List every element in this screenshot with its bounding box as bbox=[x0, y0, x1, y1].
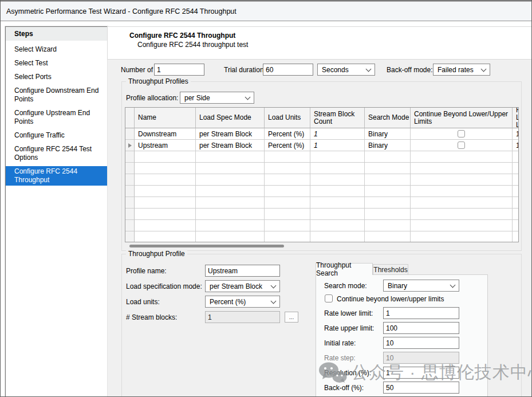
initial-rate-label: Initial rate: bbox=[324, 339, 356, 347]
scrollbar-thumb[interactable] bbox=[129, 245, 284, 247]
continue-beyond-checkbox[interactable] bbox=[458, 141, 465, 149]
profile-allocation-label: Profile allocation: bbox=[126, 94, 178, 102]
cell-load-spec-mode[interactable]: per Stream Block bbox=[196, 128, 265, 140]
stream-blocks-browse-button[interactable]: ... bbox=[285, 312, 298, 323]
cell-name[interactable]: Downstream bbox=[135, 128, 196, 140]
resolution-input[interactable] bbox=[383, 367, 459, 379]
col-header-stream-block-count[interactable]: Stream Block Count bbox=[310, 108, 365, 128]
trial-duration-input[interactable] bbox=[263, 64, 313, 76]
chevron-down-icon bbox=[481, 66, 487, 72]
search-mode-value: Binary bbox=[388, 282, 407, 290]
col-header-load-spec-mode[interactable]: Load Spec Mode bbox=[196, 108, 265, 128]
search-mode-select[interactable]: Binary bbox=[383, 280, 459, 292]
cell-name[interactable]: Upstream bbox=[135, 140, 196, 151]
table-empty-row[interactable] bbox=[125, 174, 519, 186]
back-off-mode-select[interactable]: Failed rates bbox=[433, 64, 490, 76]
back-off-mode-value: Failed rates bbox=[438, 66, 474, 74]
load-spec-mode-select[interactable]: per Stream Block bbox=[205, 280, 280, 292]
load-spec-mode-value: per Stream Block bbox=[210, 282, 262, 290]
table-empty-row[interactable] bbox=[125, 163, 519, 174]
table-empty-row[interactable] bbox=[125, 220, 519, 231]
row-selector-cell[interactable] bbox=[125, 128, 135, 140]
cell-rate-lower-limit[interactable]: 1 bbox=[513, 128, 519, 140]
profile-name-input[interactable] bbox=[205, 265, 280, 277]
cell-search-mode[interactable]: Binary bbox=[365, 140, 411, 151]
table-empty-row[interactable] bbox=[125, 209, 519, 220]
page-title: Configure RFC 2544 Throughput bbox=[129, 32, 531, 40]
col-header-name[interactable]: Name bbox=[135, 108, 196, 128]
throughput-profiles-group-title: Throughput Profiles bbox=[126, 77, 191, 85]
sidebar-item-configure-downstream-end-points[interactable]: Configure Downstream End Points bbox=[6, 85, 107, 105]
sidebar-item-select-wizard[interactable]: Select Wizard bbox=[6, 44, 107, 55]
table-row-upstream[interactable]: Upstream per Stream Block Percent (%) 1 … bbox=[125, 140, 519, 151]
trial-duration-unit-value: Seconds bbox=[322, 66, 349, 74]
chevron-down-icon bbox=[271, 298, 277, 304]
throughput-profile-group-title: Throughput Profile bbox=[126, 250, 187, 258]
resolution-label: Resolution (%): bbox=[324, 369, 371, 377]
back-off-percent-input[interactable] bbox=[383, 382, 459, 394]
chevron-down-icon bbox=[271, 282, 277, 288]
continue-beyond-limits-checkbox[interactable] bbox=[325, 294, 333, 302]
cell-load-units[interactable]: Percent (%) bbox=[265, 128, 310, 140]
load-spec-mode-label: Load specification mode: bbox=[126, 282, 202, 290]
load-units-value: Percent (%) bbox=[210, 298, 246, 306]
back-off-percent-label: Back-off (%): bbox=[324, 384, 364, 392]
rate-step-input bbox=[383, 352, 459, 364]
cell-stream-block-count[interactable]: 1 bbox=[310, 128, 365, 140]
cell-rate-lower-limit[interactable]: 1 bbox=[513, 140, 519, 151]
trial-duration-label: Trial duration: bbox=[224, 66, 266, 74]
page-header: Configure RFC 2544 Throughput Configure … bbox=[107, 26, 532, 60]
trial-duration-unit-select[interactable]: Seconds bbox=[317, 64, 375, 76]
cell-search-mode[interactable]: Binary bbox=[365, 128, 411, 140]
title-bar: Asymmetric Performance Test Wizard - Con… bbox=[1, 1, 531, 21]
sidebar-item-select-test[interactable]: Select Test bbox=[6, 58, 107, 69]
continue-beyond-checkbox[interactable] bbox=[458, 130, 465, 137]
table-horizontal-scrollbar[interactable] bbox=[125, 243, 519, 249]
col-header-rate-lower-limit[interactable]: Rate Lower Limit bbox=[513, 108, 519, 128]
sidebar-item-configure-upstream-end-points[interactable]: Configure Upstream End Points bbox=[6, 108, 107, 127]
table-empty-row[interactable] bbox=[125, 186, 519, 197]
profile-name-label: Profile name: bbox=[126, 267, 167, 275]
profile-allocation-value: per Side bbox=[184, 94, 210, 102]
number-of-trials-input[interactable] bbox=[154, 64, 204, 76]
chevron-down-icon bbox=[366, 66, 372, 72]
continue-beyond-limits-label[interactable]: Continue beyond lower/upper limits bbox=[337, 295, 444, 303]
table-empty-rows bbox=[125, 151, 518, 242]
sidebar-item-configure-traffic[interactable]: Configure Traffic bbox=[6, 130, 107, 141]
profiles-table[interactable]: Name Load Spec Mode Load Units Stream Bl… bbox=[125, 107, 519, 242]
rate-upper-limit-input[interactable] bbox=[383, 322, 459, 334]
cell-load-units[interactable]: Percent (%) bbox=[265, 140, 310, 151]
steps-sidebar: Steps Select Wizard Select Test Select P… bbox=[5, 26, 108, 397]
col-header-load-units[interactable]: Load Units bbox=[265, 108, 310, 128]
row-selector-cell[interactable] bbox=[125, 140, 135, 151]
row-selector-header bbox=[125, 108, 135, 128]
table-empty-row[interactable] bbox=[125, 231, 519, 242]
cell-continue-beyond bbox=[411, 128, 513, 140]
tab-throughput-search[interactable]: Throughput Search bbox=[316, 263, 373, 275]
tab-thresholds[interactable]: Thresholds bbox=[373, 264, 408, 275]
initial-rate-input[interactable] bbox=[383, 337, 459, 349]
cell-stream-block-count[interactable]: 1 bbox=[310, 140, 365, 151]
wizard-window: Asymmetric Performance Test Wizard - Con… bbox=[0, 0, 532, 397]
rate-lower-limit-input[interactable] bbox=[383, 307, 459, 319]
profile-allocation-select[interactable]: per Side bbox=[180, 92, 254, 104]
stream-blocks-label: # Stream blocks: bbox=[126, 313, 177, 321]
sidebar-item-select-ports[interactable]: Select Ports bbox=[6, 72, 107, 82]
rate-step-label: Rate step: bbox=[324, 354, 356, 362]
cell-load-spec-mode[interactable]: per Stream Block bbox=[196, 140, 265, 151]
col-header-search-mode[interactable]: Search Mode bbox=[365, 108, 411, 128]
rate-lower-limit-label: Rate lower limit: bbox=[324, 309, 373, 317]
table-empty-row[interactable] bbox=[125, 151, 519, 163]
table-header-row: Name Load Spec Mode Load Units Stream Bl… bbox=[125, 108, 519, 128]
load-units-label: Load units: bbox=[126, 298, 160, 306]
sidebar-item-configure-rfc2544-test-options[interactable]: Configure RFC 2544 Test Options bbox=[6, 144, 107, 163]
table-row-downstream[interactable]: Downstream per Stream Block Percent (%) … bbox=[125, 128, 519, 140]
stream-blocks-input bbox=[205, 311, 280, 323]
chevron-down-icon bbox=[245, 94, 251, 100]
page-subtitle: Configure RFC 2544 throughput test bbox=[137, 41, 531, 49]
load-units-select[interactable]: Percent (%) bbox=[205, 296, 280, 308]
sidebar-item-configure-rfc2544-throughput[interactable]: Configure RFC 2544 Throughput bbox=[6, 166, 107, 186]
back-off-mode-label: Back-off mode: bbox=[387, 66, 432, 74]
table-empty-row[interactable] bbox=[125, 197, 519, 209]
col-header-continue-beyond-limits[interactable]: Continue Beyond Lower/Upper Limits bbox=[411, 108, 513, 128]
